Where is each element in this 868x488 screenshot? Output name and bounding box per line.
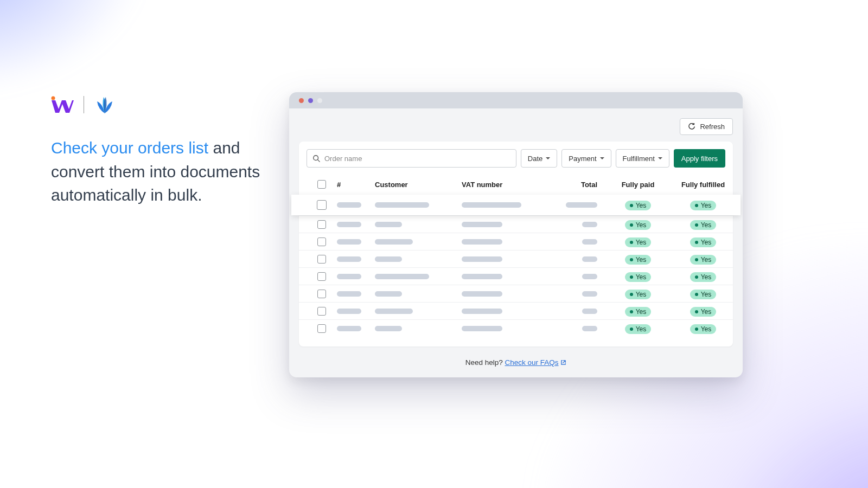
search-input-wrap[interactable] xyxy=(307,149,516,168)
badge-label: Yes xyxy=(701,221,712,229)
table-row[interactable]: YesYes xyxy=(299,215,733,233)
row-checkbox[interactable] xyxy=(317,255,326,264)
cell-paid: Yes xyxy=(603,254,673,265)
date-filter[interactable]: Date xyxy=(521,149,557,168)
cell-fulfilled: Yes xyxy=(673,219,733,230)
faq-link[interactable]: Check our FAQs xyxy=(505,358,559,367)
row-checkbox[interactable] xyxy=(317,220,326,229)
cell-total-skeleton xyxy=(582,291,597,297)
badge-label: Yes xyxy=(701,291,712,298)
cell-fulfilled: Yes xyxy=(673,200,733,210)
col-fulfilled: Fully fulfilled xyxy=(673,181,733,189)
cell-customer xyxy=(375,239,462,245)
status-dot-icon xyxy=(630,328,633,331)
caret-down-icon xyxy=(600,157,604,159)
payment-filter-label: Payment xyxy=(569,155,596,163)
filters-bar: Date Payment Fulfillment Apply filters xyxy=(299,149,733,174)
cell-total-skeleton xyxy=(582,222,597,227)
fulfilled-badge: Yes xyxy=(690,324,717,334)
cell-customer xyxy=(375,202,462,208)
paid-badge: Yes xyxy=(625,201,652,210)
paid-badge: Yes xyxy=(625,272,652,282)
badge-label: Yes xyxy=(636,308,647,316)
headline: Check your orders list and convert them … xyxy=(51,136,268,207)
skeleton xyxy=(375,222,402,227)
status-dot-icon xyxy=(695,258,698,261)
row-checkbox[interactable] xyxy=(317,237,326,246)
skeleton xyxy=(375,309,413,314)
skeleton xyxy=(337,239,361,245)
cell-vat xyxy=(462,222,548,227)
marketing-copy: Check your orders list and convert them … xyxy=(51,95,268,207)
cell-hash xyxy=(337,239,375,245)
cell-customer xyxy=(375,291,462,297)
row-checkbox-cell xyxy=(307,200,337,210)
cell-paid: Yes xyxy=(603,219,673,230)
status-dot-icon xyxy=(695,223,698,227)
cell-hash xyxy=(337,274,375,279)
table-row[interactable]: YesYes xyxy=(291,195,741,215)
row-checkbox[interactable] xyxy=(317,200,327,210)
status-dot-icon xyxy=(630,241,633,244)
badge-label: Yes xyxy=(636,273,647,281)
skeleton xyxy=(375,256,402,262)
caret-down-icon xyxy=(546,157,550,159)
row-checkbox[interactable] xyxy=(317,307,326,316)
badge-label: Yes xyxy=(636,239,647,246)
row-checkbox-cell xyxy=(307,220,337,229)
col-paid: Fully paid xyxy=(603,181,673,189)
card-footer xyxy=(299,337,733,346)
status-dot-icon xyxy=(630,275,633,279)
row-checkbox-cell xyxy=(307,255,337,264)
external-link-icon xyxy=(560,359,566,365)
status-dot-icon xyxy=(695,241,698,244)
search-input[interactable] xyxy=(324,155,510,163)
badge-label: Yes xyxy=(701,202,712,209)
svg-point-0 xyxy=(52,97,55,100)
fulfilled-badge: Yes xyxy=(690,290,717,299)
table-row[interactable]: YesYes xyxy=(299,250,733,267)
headline-accent: Check your orders list xyxy=(51,139,208,157)
table-header: # Customer VAT number Total Fully paid F… xyxy=(299,174,733,195)
window-chrome xyxy=(289,92,743,108)
logo-w-icon xyxy=(51,95,74,114)
cell-total-skeleton xyxy=(582,274,597,279)
payment-filter[interactable]: Payment xyxy=(561,149,611,168)
row-checkbox[interactable] xyxy=(317,290,326,298)
badge-label: Yes xyxy=(701,239,712,246)
help-prefix: Need help? xyxy=(465,358,505,367)
window-max-icon[interactable] xyxy=(317,98,322,103)
badge-label: Yes xyxy=(636,256,647,264)
refresh-button[interactable]: Refresh xyxy=(680,118,733,135)
refresh-icon xyxy=(688,123,695,131)
status-dot-icon xyxy=(630,223,633,227)
cell-vat xyxy=(462,202,548,208)
select-all-checkbox[interactable] xyxy=(317,180,326,189)
window-close-icon[interactable] xyxy=(299,98,304,103)
table-row[interactable]: YesYes xyxy=(299,319,733,337)
table-row[interactable]: YesYes xyxy=(299,267,733,285)
cell-fulfilled: Yes xyxy=(673,254,733,265)
table-row[interactable]: YesYes xyxy=(299,233,733,250)
row-checkbox[interactable] xyxy=(317,272,326,281)
cell-paid: Yes xyxy=(603,323,673,334)
table-row[interactable]: YesYes xyxy=(299,302,733,319)
badge-label: Yes xyxy=(636,325,647,333)
fulfilled-badge: Yes xyxy=(690,272,717,282)
apply-filters-button[interactable]: Apply filters xyxy=(674,149,725,168)
skeleton xyxy=(462,256,502,262)
paid-badge: Yes xyxy=(625,220,652,230)
fulfilled-badge: Yes xyxy=(690,307,717,317)
cell-paid: Yes xyxy=(603,236,673,247)
cell-total-skeleton xyxy=(566,202,597,208)
cell-total-skeleton xyxy=(582,309,597,314)
window-min-icon[interactable] xyxy=(308,98,313,103)
cell-hash xyxy=(337,291,375,297)
cell-total-skeleton xyxy=(582,256,597,262)
fulfilled-badge: Yes xyxy=(690,220,717,230)
cell-vat xyxy=(462,274,548,279)
caret-down-icon xyxy=(658,157,662,159)
fulfillment-filter[interactable]: Fulfillment xyxy=(616,149,669,168)
table-row[interactable]: YesYes xyxy=(299,285,733,302)
row-checkbox[interactable] xyxy=(317,324,326,333)
